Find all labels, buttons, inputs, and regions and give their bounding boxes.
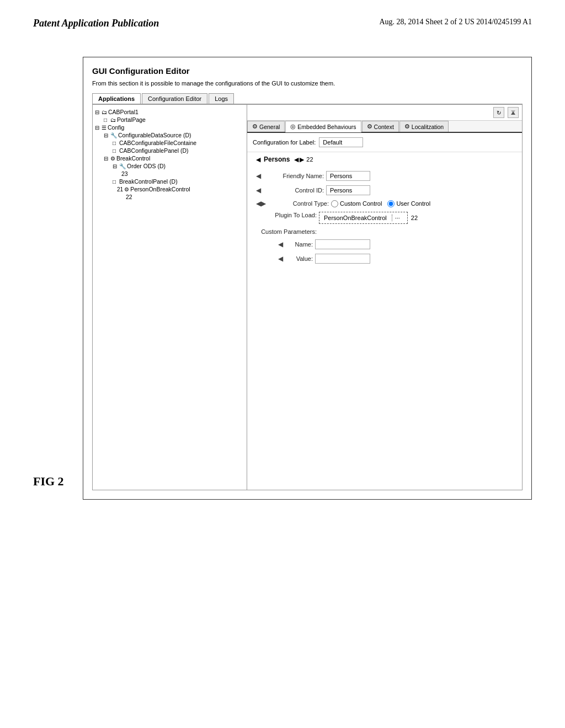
context-icon: ⚙ [367, 123, 372, 130]
patent-title: Patent Application Publication [33, 18, 159, 29]
properties-form: ◀ Friendly Name: Persons ◀ Control ID: P… [247, 167, 522, 272]
name-input[interactable] [315, 239, 370, 249]
local-icon: ⚙ [404, 123, 410, 130]
friendly-name-label: Friendly Name: [263, 173, 324, 179]
diagram-container: GUI Configuration Editor From this secti… [83, 57, 532, 500]
patent-meta: Aug. 28, 2014 Sheet 2 of 2 US 2014/02451… [380, 18, 532, 26]
diagram-subtitle: From this section it is possible to mana… [92, 80, 523, 87]
control-id-arrow-icon: ◀ [256, 186, 261, 194]
control-type-arrow-icon: ◀▶ [256, 200, 266, 207]
expander-breakcontrol[interactable]: ⊟ [104, 156, 110, 162]
diagram-title: GUI Configuration Editor [92, 66, 523, 76]
tree-node-breakcontrolpanel: □ BreakControlPanel (D) [113, 178, 244, 185]
plugin-load-label: Plugin To Load: [256, 212, 317, 218]
tree-node-23: 23 [121, 170, 244, 178]
value-row: ◀ Value: [278, 254, 513, 264]
tree-node-portalpage: □ 🗂 PortalPage [104, 116, 244, 124]
control-type-radios: Custom Control User Control [331, 200, 430, 207]
left-arrow2[interactable]: ◀ [294, 156, 299, 163]
name-arrow-icon: ◀ [278, 240, 283, 248]
right-arrow[interactable]: ▶ [300, 156, 304, 163]
control-id-value[interactable]: Persons [326, 185, 370, 195]
friendly-name-value[interactable]: Persons [326, 171, 370, 181]
nav-button[interactable] [508, 107, 519, 118]
expander-cabportal[interactable]: ⊟ [95, 109, 102, 115]
right-panel-top: ↻ [247, 105, 522, 121]
icon-orderods: 🔧 [119, 163, 126, 169]
embedded-icon: ◎ [290, 123, 296, 130]
icon-config: ☰ [102, 125, 106, 131]
icon-breakcontrol: ⚙ [110, 156, 115, 162]
config-label-row: Configuration for Label: Default [247, 133, 522, 152]
tab-logs[interactable]: Logs [209, 93, 234, 104]
tab-embedded-behaviours[interactable]: ◎ Embedded Behaviours [285, 121, 361, 132]
tree-node-cabportal: ⊟ 🗂 CABPortal1 [95, 108, 244, 116]
control-id-row: ◀ Control ID: Persons [256, 185, 513, 195]
custom-params-label: Custom Parameters: [256, 228, 317, 235]
config-label-text: Configuration for Label: [253, 139, 316, 146]
tab-config-editor[interactable]: Configuration Editor [142, 93, 207, 104]
plugin-load-row: Plugin To Load: PersonOnBreakControl ···… [256, 212, 513, 224]
main-tabs: Applications Configuration Editor Logs [92, 93, 523, 104]
nav-number: 22 [306, 156, 313, 163]
nav-arrows-icon [509, 108, 518, 117]
tab-general[interactable]: ⚙ General [247, 121, 285, 132]
left-panel: ⊟ 🗂 CABPortal1 □ 🗂 PortalPage ⊟ ☰ Config… [93, 105, 247, 490]
panels-container: ⊟ 🗂 CABPortal1 □ 🗂 PortalPage ⊟ ☰ Config… [92, 104, 523, 490]
value-input[interactable] [315, 254, 370, 264]
plugin-load-container: PersonOnBreakControl ··· 22 [319, 212, 418, 224]
plugin-number: 22 [411, 215, 418, 221]
icon-personbreak: ⚙ [124, 186, 129, 192]
friendly-name-row: ◀ Friendly Name: Persons [256, 171, 513, 181]
refresh-button[interactable]: ↻ [493, 107, 504, 118]
expander-datasource[interactable]: ⊟ [104, 132, 110, 138]
control-id-label: Control ID: [263, 187, 324, 194]
radio-custom-control[interactable]: Custom Control [331, 200, 382, 207]
figure-label: FIG 2 [33, 474, 72, 500]
control-type-label: Control Type: [268, 200, 329, 207]
tab-applications[interactable]: Applications [92, 93, 141, 104]
custom-params-row: Custom Parameters: [256, 228, 513, 235]
icon-cabportal: 🗂 [102, 109, 107, 115]
icon-portalpage: 🗂 [110, 117, 116, 123]
main-content: FIG 2 GUI Configuration Editor From this… [0, 35, 565, 522]
persons-nav-row: ◀ Persons ◀ ▶ 22 [247, 152, 522, 167]
name-row: ◀ Name: [278, 239, 513, 249]
value-label: Value: [285, 255, 313, 262]
radio-user-control[interactable]: User Control [387, 200, 430, 207]
name-label: Name: [285, 241, 313, 248]
expander-configpanel[interactable]: □ [113, 148, 119, 154]
tab-localitzation[interactable]: ⚙ Localitzation [399, 121, 449, 132]
property-tabs: ⚙ General ◎ Embedded Behaviours ⚙ Contex… [247, 121, 522, 133]
tree-node-config: ⊟ ☰ Config [95, 124, 244, 131]
right-panel: ↻ ⚙ General ◎ [247, 105, 522, 490]
expander-breakcontrolpanel[interactable]: □ [113, 179, 119, 185]
control-type-row: ◀▶ Control Type: Custom Control User Con… [256, 200, 513, 207]
persons-label: Persons [264, 156, 290, 163]
tree-node-breakcontrol: ⊟ ⚙ BreakControl [104, 154, 244, 162]
expander-filecontainer[interactable]: □ [113, 140, 119, 146]
tree-node-datasource: ⊟ 🔧 ConfigurableDataSource (D) [104, 131, 244, 139]
value-arrow-icon: ◀ [278, 255, 283, 263]
friendly-arrow-icon: ◀ [256, 172, 261, 180]
tab-context[interactable]: ⚙ Context [362, 121, 399, 132]
tree-node-personbreak: 21 ⚙ PersonOnBreakControl [117, 185, 244, 193]
svg-marker-1 [511, 110, 515, 114]
tree-node-22: 22 [126, 193, 244, 201]
config-label-value[interactable]: Default [319, 137, 363, 147]
icon-datasource: 🔧 [110, 132, 117, 138]
expander-orderods[interactable]: ⊟ [113, 163, 119, 169]
plugin-load-value[interactable]: PersonOnBreakControl ··· [319, 212, 408, 224]
expander-portalpage[interactable]: □ [104, 117, 110, 123]
general-icon: ⚙ [252, 123, 258, 130]
tree-node-orderods: ⊟ 🔧 Order ODS (D) [113, 162, 244, 170]
patent-header: Patent Application Publication Aug. 28, … [0, 0, 565, 35]
tree-node-filecontainer: □ CABConfigurableFileContaine [113, 139, 244, 147]
plugin-dots: ··· [392, 215, 403, 221]
left-arrow[interactable]: ◀ [256, 156, 260, 163]
expander-config[interactable]: ⊟ [95, 125, 102, 131]
tree-node-configpanel: □ CABConfigurablePanel (D) [113, 147, 244, 154]
